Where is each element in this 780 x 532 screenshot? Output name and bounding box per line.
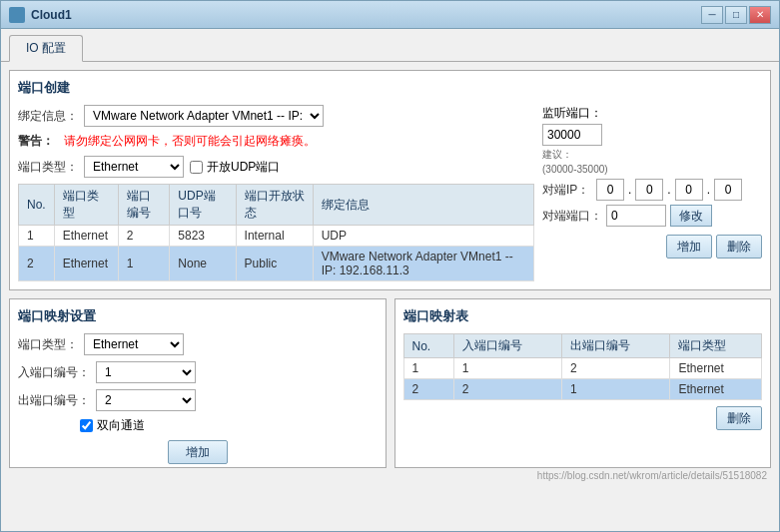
port-creation-section: 端口创建 绑定信息： VMware Network Adapter VMnet1… (9, 70, 771, 290)
col-port-no: 端口编号 (118, 185, 170, 226)
action-buttons: 增加 删除 (542, 235, 762, 259)
in-port-label: 入端口编号： (18, 364, 90, 381)
peer-ip-label: 对端IP： (542, 182, 592, 199)
main-window: Cloud1 ─ □ ✕ IO 配置 端口创建 绑定信息： VMware Net… (0, 0, 780, 532)
minimize-button[interactable]: ─ (701, 6, 723, 24)
maximize-button[interactable]: □ (725, 6, 747, 24)
mapping-table-header: No. 入端口编号 出端口编号 端口类型 (403, 334, 762, 358)
bidirectional-checkbox-row: 双向通道 (80, 417, 145, 434)
modify-button[interactable]: 修改 (670, 205, 712, 227)
port-type-label: 端口类型： (18, 159, 78, 176)
port-creation-title: 端口创建 (18, 79, 762, 97)
in-port-row: 入端口编号： 1 (18, 361, 378, 383)
map-col-in: 入端口编号 (453, 334, 561, 358)
binding-row: 绑定信息： VMware Network Adapter VMnet1 -- I… (18, 105, 534, 127)
mapping-settings-title: 端口映射设置 (18, 307, 378, 325)
peer-ip-3[interactable] (675, 179, 703, 201)
suggestion-label: 建议： (542, 148, 608, 162)
peer-port-label: 对端端口： (542, 208, 602, 225)
peer-ip-row: 对端IP： . . . (542, 179, 762, 201)
app-icon (9, 7, 25, 23)
peer-section: 对端IP： . . . 对端端口： 修改 (542, 179, 762, 227)
warning-row: 警告： 请勿绑定公网网卡，否则可能会引起网络瘫痪。 (18, 133, 534, 150)
mapping-type-label: 端口类型： (18, 336, 78, 353)
listen-port-label: 监听端口： (542, 105, 608, 122)
right-panel: 监听端口： 建议： (30000-35000) 对端IP： . . (542, 105, 762, 281)
in-port-select[interactable]: 1 (96, 361, 196, 383)
top-section-inner: 绑定信息： VMware Network Adapter VMnet1 -- I… (18, 105, 762, 281)
open-udp-checkbox[interactable] (190, 161, 203, 174)
suggestion-range: (30000-35000) (542, 164, 608, 175)
peer-ip-4[interactable] (714, 179, 742, 201)
bidirectional-row: 双向通道 (18, 417, 378, 434)
table-row[interactable]: 2Ethernet1NonePublicVMware Network Adapt… (19, 247, 534, 281)
udp-checkbox-row: 开放UDP端口 (190, 159, 280, 176)
bidirectional-label: 双向通道 (97, 417, 145, 434)
col-status: 端口开放状态 (236, 185, 313, 226)
col-binding: 绑定信息 (313, 185, 533, 226)
listen-port-input[interactable] (542, 124, 602, 146)
col-udp-port: UDP端口号 (170, 185, 236, 226)
out-port-label: 出端口编号： (18, 392, 90, 409)
col-no: No. (19, 185, 55, 226)
binding-label: 绑定信息： (18, 108, 78, 125)
map-col-type: 端口类型 (670, 334, 762, 358)
bidirectional-checkbox[interactable] (80, 419, 93, 432)
mapping-table-title: 端口映射表 (403, 307, 763, 325)
bottom-area: 端口映射设置 端口类型： Ethernet 入端口编号： 1 出端口编号： (9, 298, 771, 468)
table-header-row: No. 端口类型 端口编号 UDP端口号 端口开放状态 绑定信息 (19, 185, 534, 226)
peer-port-row: 对端端口： 修改 (542, 205, 762, 227)
delete-mapping-button[interactable]: 删除 (716, 406, 762, 430)
list-item[interactable]: 221Ethernet (403, 379, 762, 400)
out-port-select[interactable]: 2 (96, 389, 196, 411)
mapping-type-row: 端口类型： Ethernet (18, 333, 378, 355)
port-table: No. 端口类型 端口编号 UDP端口号 端口开放状态 绑定信息 1Ethern… (18, 184, 534, 281)
table-row[interactable]: 1Ethernet25823InternalUDP (19, 226, 534, 247)
listen-col: 监听端口： 建议： (30000-35000) (542, 105, 608, 175)
peer-ip-2[interactable] (635, 179, 663, 201)
peer-port-input[interactable] (606, 205, 666, 227)
close-button[interactable]: ✕ (749, 6, 771, 24)
col-type: 端口类型 (54, 185, 118, 226)
list-item[interactable]: 112Ethernet (403, 358, 762, 379)
port-mapping-settings: 端口映射设置 端口类型： Ethernet 入端口编号： 1 出端口编号： (9, 298, 387, 468)
delete-port-button[interactable]: 删除 (716, 235, 762, 259)
port-type-select[interactable]: Ethernet (84, 156, 184, 178)
port-type-row: 端口类型： Ethernet 开放UDP端口 (18, 156, 534, 178)
open-udp-label: 开放UDP端口 (207, 159, 280, 176)
add-port-button[interactable]: 增加 (666, 235, 712, 259)
tab-bar: IO 配置 (1, 29, 779, 62)
main-content: 端口创建 绑定信息： VMware Network Adapter VMnet1… (1, 62, 779, 531)
binding-select[interactable]: VMware Network Adapter VMnet1 -- IP: 192… (84, 105, 324, 127)
window-title: Cloud1 (31, 8, 701, 22)
left-form: 绑定信息： VMware Network Adapter VMnet1 -- I… (18, 105, 534, 281)
map-col-no: No. (403, 334, 453, 358)
tab-io-config[interactable]: IO 配置 (9, 35, 83, 62)
listen-section: 监听端口： 建议： (30000-35000) (542, 105, 762, 175)
mapping-table: No. 入端口编号 出端口编号 端口类型 112Ethernet221Ether… (403, 333, 763, 400)
title-bar: Cloud1 ─ □ ✕ (1, 1, 779, 29)
port-mapping-table-section: 端口映射表 No. 入端口编号 出端口编号 端口类型 112Ethernet22… (394, 298, 772, 468)
warning-label: 警告： (18, 133, 58, 150)
warning-text: 请勿绑定公网网卡，否则可能会引起网络瘫痪。 (64, 133, 316, 150)
peer-ip-1[interactable] (596, 179, 624, 201)
watermark: https://blog.csdn.net/wkrom/article/deta… (9, 468, 771, 483)
add-mapping-button[interactable]: 增加 (168, 440, 228, 464)
mapping-add-row: 增加 (18, 440, 378, 464)
out-port-row: 出端口编号： 2 (18, 389, 378, 411)
title-buttons: ─ □ ✕ (701, 6, 771, 24)
map-col-out: 出端口编号 (562, 334, 670, 358)
mapping-type-select[interactable]: Ethernet (84, 333, 184, 355)
